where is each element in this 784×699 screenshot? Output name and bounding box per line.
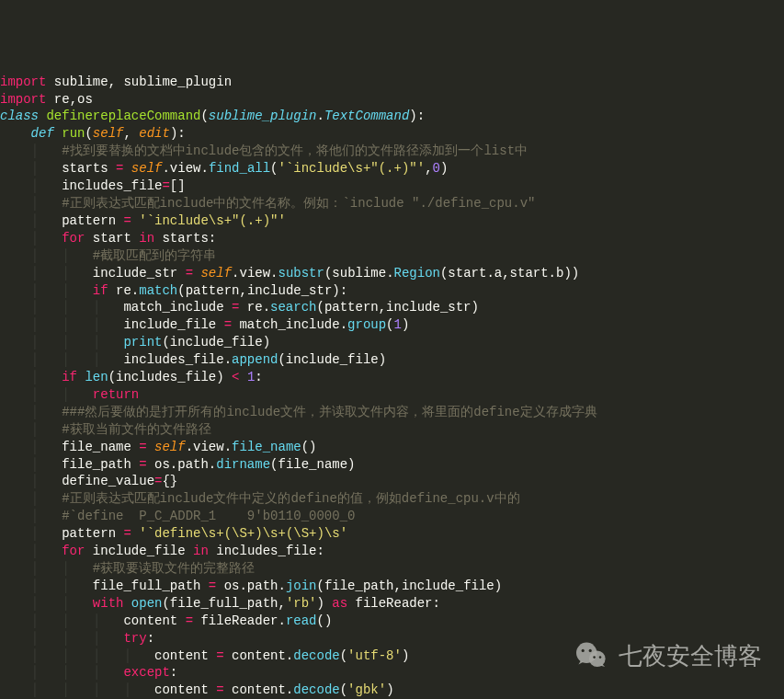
code-line: │ ###然后要做的是打开所有的include文件，并读取文件内容，将里面的de…	[0, 404, 784, 421]
code-line: │ starts = self.view.find_all('`include\…	[0, 160, 784, 178]
code-line: import re,os	[0, 91, 784, 109]
svg-point-2	[582, 649, 585, 652]
code-line: │ #正则表达式匹配include中的文件名称。例如：`include "./d…	[0, 195, 784, 212]
code-line: │ pattern = '`define\s+(\S+)\s+(\S+)\s'	[0, 525, 784, 543]
code-line: │ │ if re.match(pattern,include_str):	[0, 282, 784, 300]
code-block: import sublime, sublime_pluginimport re,…	[0, 74, 784, 699]
code-line: │ define_value={}	[0, 473, 784, 490]
code-line: │ │ │ include_file = match_include.group…	[0, 316, 784, 334]
code-line: │ │ file_full_path = os.path.join(file_p…	[0, 578, 784, 595]
svg-point-1	[589, 650, 606, 667]
code-line: │ │ include_str = self.view.substr(subli…	[0, 265, 784, 282]
wechat-icon	[573, 637, 609, 675]
svg-point-3	[589, 649, 592, 652]
watermark-text: 七夜安全博客	[619, 647, 762, 665]
code-line: │ for start in starts:	[0, 230, 784, 247]
wechat-watermark: 七夜安全博客	[573, 637, 762, 675]
code-line: │ pattern = '`include\s+"(.+)"'	[0, 212, 784, 230]
svg-point-5	[599, 656, 602, 659]
code-line: │ │ with open(file_full_path,'rb') as fi…	[0, 595, 784, 613]
code-line: │ │ │ print(include_file)	[0, 334, 784, 351]
code-line: │ │ #获取要读取文件的完整路径	[0, 560, 784, 578]
code-line: import sublime, sublime_plugin	[0, 74, 784, 91]
code-line: │ #获取当前文件的文件路径	[0, 421, 784, 439]
code-line: │ file_name = self.view.file_name()	[0, 439, 784, 456]
code-line: │ #正则表达式匹配include文件中定义的define的值，例如define…	[0, 490, 784, 508]
svg-point-4	[593, 656, 596, 659]
code-line: │ │ return	[0, 386, 784, 404]
code-line: │ │ │ includes_file.append(include_file)	[0, 351, 784, 369]
code-line: │ │ │ content = fileReader.read()	[0, 613, 784, 630]
code-line: │ #找到要替换的文档中include包含的文件，将他们的文件路径添加到一个li…	[0, 143, 784, 160]
code-line: def run(self, edit):	[0, 125, 784, 143]
code-line: │ │ │ match_include = re.search(pattern,…	[0, 299, 784, 316]
code-line: │ file_path = os.path.dirname(file_name)	[0, 456, 784, 474]
code-line: │ #`define P_C_ADDR_1 9'b0110_0000_0	[0, 508, 784, 525]
code-line: │ if len(includes_file) < 1:	[0, 369, 784, 386]
code-line: │ for include_file in includes_file:	[0, 543, 784, 560]
code-line: │ includes_file=[]	[0, 178, 784, 195]
code-line: │ │ #截取匹配到的字符串	[0, 247, 784, 265]
code-line: class definereplaceCommand(sublime_plugi…	[0, 108, 784, 125]
code-line: │ │ │ │ content = content.decode('gbk')	[0, 682, 784, 699]
